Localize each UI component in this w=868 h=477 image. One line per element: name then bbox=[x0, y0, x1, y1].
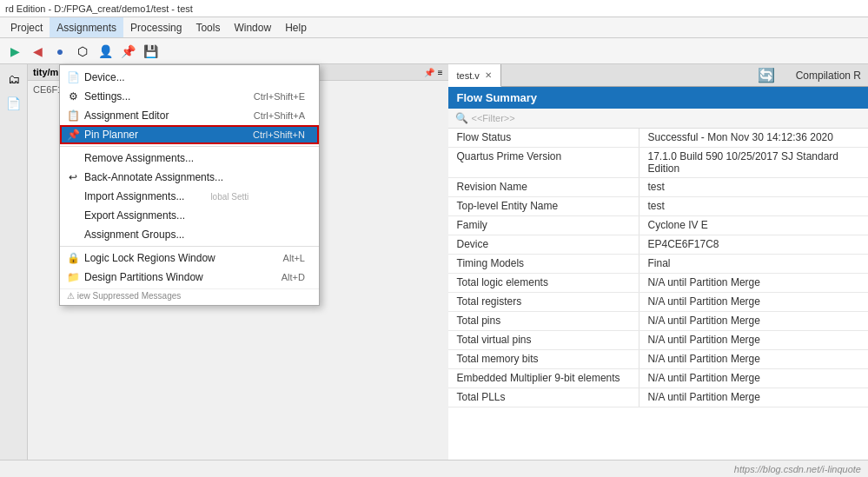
global-settings-hint: lobal Setti bbox=[210, 192, 248, 202]
pin-planner-shortcut: Ctrl+Shift+N bbox=[235, 129, 305, 140]
logic-lock-shortcut: Alt+L bbox=[266, 253, 305, 263]
panel-controls: 📌 ≡ bbox=[424, 68, 443, 77]
menu-processing[interactable]: Processing bbox=[123, 17, 189, 37]
flow-value-logic: N/A until Partition Merge bbox=[639, 274, 869, 292]
panel-title-left: tity/m bbox=[33, 67, 58, 77]
menu-project[interactable]: Project bbox=[3, 17, 50, 37]
status-url: https://blog.csdn.net/i-linquote bbox=[734, 464, 861, 474]
tab-strip: test.v ✕ 🔄 Compilation R bbox=[448, 64, 869, 87]
menu-settings[interactable]: ⚙ Settings... Ctrl+Shift+E bbox=[60, 87, 319, 106]
flow-row-revision: Revision Name test bbox=[448, 178, 869, 197]
toolbar-btn-2[interactable]: ◀ bbox=[28, 42, 47, 61]
flow-value-revision: test bbox=[639, 178, 869, 196]
menu-help[interactable]: Help bbox=[278, 17, 314, 37]
groups-label: Assignment Groups... bbox=[84, 229, 184, 241]
flow-value-memory: N/A until Partition Merge bbox=[639, 350, 869, 368]
flow-row-device: Device EP4CE6F17C8 bbox=[448, 235, 869, 255]
flow-row-plls: Total PLLs N/A until Partition Merge bbox=[448, 388, 869, 407]
flow-value-toplevel: test bbox=[639, 197, 869, 215]
flow-value-registers: N/A until Partition Merge bbox=[639, 293, 869, 311]
flow-label-memory: Total memory bits bbox=[448, 350, 639, 368]
flow-row-family: Family Cyclone IV E bbox=[448, 216, 869, 235]
flow-label-device: Device bbox=[448, 235, 639, 254]
separator-1 bbox=[60, 146, 319, 147]
toolbar: ▶ ◀ ● ⬡ 👤 📌 💾 bbox=[0, 38, 868, 64]
flow-summary-title: Flow Summary bbox=[457, 91, 537, 104]
toolbar-btn-5[interactable]: 👤 bbox=[96, 42, 115, 61]
menu-logic-lock[interactable]: 🔒 Logic Lock Regions Window Alt+L bbox=[60, 248, 319, 268]
menu-device[interactable]: 📄 Device... bbox=[60, 68, 319, 87]
title-bar: rd Edition - D:/FPGA_creat/demo1/test - … bbox=[0, 0, 868, 17]
flow-row-pins: Total pins N/A until Partition Merge bbox=[448, 312, 869, 331]
filter-bar: 🔍 <<Filter>> bbox=[448, 109, 869, 129]
menu-window[interactable]: Window bbox=[227, 17, 278, 37]
tab-close-btn[interactable]: ✕ bbox=[485, 70, 492, 80]
menu-back-annotate[interactable]: ↩ Back-Annotate Assignments... bbox=[60, 168, 319, 187]
refresh-icon[interactable]: 🔄 bbox=[758, 67, 775, 83]
pin-planner-icon: 📌 bbox=[65, 129, 81, 141]
assignment-editor-shortcut: Ctrl+Shift+A bbox=[236, 110, 305, 121]
settings-shortcut: Ctrl+Shift+E bbox=[236, 91, 305, 102]
flow-value-quartus: 17.1.0 Build 590 10/25/2017 SJ Standard … bbox=[639, 148, 869, 177]
menu-pin-planner[interactable]: 📌 Pin Planner Ctrl+Shift+N bbox=[60, 125, 319, 144]
flow-row-timing: Timing Models Final bbox=[448, 255, 869, 274]
assignments-dropdown: 📄 Device... ⚙ Settings... Ctrl+Shift+E 📋… bbox=[59, 64, 320, 306]
flow-label-plls: Total PLLs bbox=[448, 388, 639, 407]
back-annotate-label: Back-Annotate Assignments... bbox=[84, 171, 223, 183]
menu-assignments[interactable]: Assignments bbox=[50, 17, 123, 37]
assignment-editor-icon: 📋 bbox=[65, 109, 81, 122]
flow-value-timing: Final bbox=[639, 255, 869, 273]
flow-row-virtual-pins: Total virtual pins N/A until Partition M… bbox=[448, 331, 869, 350]
sidebar-icon-hierarchy[interactable]: 🗂 bbox=[3, 68, 25, 90]
flow-table: Flow Status Successful - Mon Nov 30 14:1… bbox=[448, 129, 869, 477]
menu-assignment-editor[interactable]: 📋 Assignment Editor Ctrl+Shift+A bbox=[60, 106, 319, 125]
flow-label-toplevel: Top-level Entity Name bbox=[448, 197, 639, 215]
left-panel: tity/m 📌 ≡ CE6F1 📄 Device... ⚙ Settings.… bbox=[28, 64, 448, 477]
tab-test-v[interactable]: test.v ✕ bbox=[448, 64, 501, 87]
flow-label-status: Flow Status bbox=[448, 129, 639, 147]
device-icon: 📄 bbox=[65, 71, 81, 83]
toolbar-btn-7[interactable]: 💾 bbox=[141, 42, 160, 61]
flow-value-device: EP4CE6F17C8 bbox=[639, 235, 869, 254]
flow-row-logic: Total logic elements N/A until Partition… bbox=[448, 274, 869, 293]
device-label: Device... bbox=[84, 71, 125, 83]
flow-value-virtual-pins: N/A until Partition Merge bbox=[639, 331, 869, 349]
logic-lock-label: Logic Lock Regions Window bbox=[84, 252, 215, 264]
design-partitions-label: Design Partitions Window bbox=[84, 271, 203, 283]
menu-assignment-groups[interactable]: Assignment Groups... bbox=[60, 225, 319, 244]
flow-row-memory: Total memory bits N/A until Partition Me… bbox=[448, 350, 869, 369]
toolbar-btn-3[interactable]: ● bbox=[50, 42, 70, 61]
flow-label-timing: Timing Models bbox=[448, 255, 639, 273]
flow-label-registers: Total registers bbox=[448, 293, 639, 311]
menu-bar: Project Assignments Processing Tools Win… bbox=[0, 17, 868, 38]
toolbar-btn-6[interactable]: 📌 bbox=[118, 42, 137, 61]
menu-design-partitions[interactable]: 📁 Design Partitions Window Alt+D bbox=[60, 268, 319, 287]
back-annotate-icon: ↩ bbox=[65, 171, 81, 183]
settings-icon: ⚙ bbox=[65, 90, 81, 103]
flow-row-status: Flow Status Successful - Mon Nov 30 14:1… bbox=[448, 129, 869, 148]
filter-placeholder: <<Filter>> bbox=[472, 113, 515, 123]
left-sidebar: 🗂 📄 bbox=[0, 64, 28, 477]
assignment-editor-label: Assignment Editor bbox=[84, 109, 169, 122]
flow-row-quartus: Quartus Prime Version 17.1.0 Build 590 1… bbox=[448, 148, 869, 178]
flow-label-virtual-pins: Total virtual pins bbox=[448, 331, 639, 349]
menu-remove-assignments[interactable]: Remove Assignments... bbox=[60, 149, 319, 168]
flow-row-toplevel: Top-level Entity Name test bbox=[448, 197, 869, 216]
menu-import-assignments[interactable]: Import Assignments... lobal Setti bbox=[60, 187, 319, 206]
export-label: Export Assignments... bbox=[84, 209, 185, 222]
menu-export-assignments[interactable]: Export Assignments... bbox=[60, 206, 319, 225]
compilation-tab-label: Compilation R bbox=[779, 70, 861, 82]
flow-value-plls: N/A until Partition Merge bbox=[639, 388, 869, 407]
flow-summary-header: Flow Summary bbox=[448, 87, 869, 109]
flow-row-registers: Total registers N/A until Partition Merg… bbox=[448, 293, 869, 312]
settings-label: Settings... bbox=[84, 90, 130, 103]
remove-label: Remove Assignments... bbox=[84, 152, 194, 164]
design-partitions-icon: 📁 bbox=[65, 271, 81, 283]
toolbar-btn-1[interactable]: ▶ bbox=[5, 42, 24, 61]
menu-tools[interactable]: Tools bbox=[189, 17, 227, 37]
flow-row-embedded: Embedded Multiplier 9-bit elements N/A u… bbox=[448, 369, 869, 388]
panel-config-icon[interactable]: ≡ bbox=[438, 68, 443, 77]
sidebar-icon-files[interactable]: 📄 bbox=[3, 92, 25, 115]
toolbar-btn-4[interactable]: ⬡ bbox=[73, 42, 92, 61]
panel-pin-icon[interactable]: 📌 bbox=[424, 68, 434, 77]
